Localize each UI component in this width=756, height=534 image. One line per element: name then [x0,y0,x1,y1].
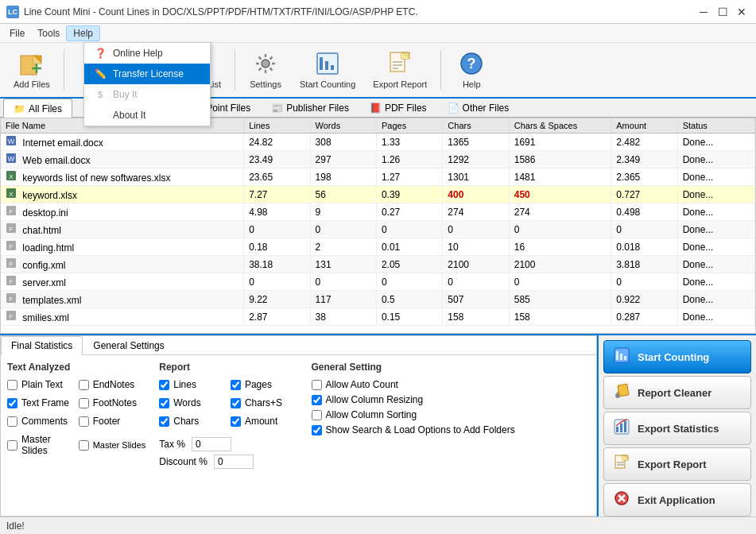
cell-pages: 0 [376,221,442,238]
svg-line-29 [259,68,262,71]
menu-tools[interactable]: Tools [31,26,66,41]
cell-chars: 2100 [443,256,509,273]
svg-rect-66 [620,354,622,360]
all-files-label: All Files [29,103,62,114]
report-grid: Lines Pages Words Chars+S [159,379,298,431]
svg-text:F: F [10,261,14,268]
chars2-checkbox[interactable] [159,416,169,427]
all-files-icon: 📁 [14,103,25,114]
report-cleaner-button[interactable]: Report Cleaner [603,376,751,409]
svg-text:F: F [10,208,14,215]
cb-plain-text: Plain Text [7,379,76,390]
cb-text-frame: Text Frame [7,397,76,408]
endnotes-checkbox[interactable] [79,380,89,390]
filename: keyword.xlsx [22,190,77,201]
title-bar: LC Line Count Mini - Count Lines in DOC/… [0,0,756,24]
cell-lines: 23.65 [244,168,310,186]
minimize-button[interactable]: ─ [696,4,711,20]
allow-column-resizing-checkbox[interactable] [312,395,322,405]
discount-label: Discount % [159,456,207,467]
file-table: File Name Lines Words Pages Chars Chars … [1,118,755,326]
pages-checkbox[interactable] [231,380,241,390]
col-lines[interactable]: Lines [244,118,310,134]
table-row[interactable]: F smilies.xml 2.87 38 0.15 158 158 0.287… [1,308,755,326]
toolbar-export-report[interactable]: Export Report [366,47,434,93]
tab-general-settings[interactable]: General Settings [83,336,174,354]
table-row[interactable]: F server.xml 0 0 0 0 0 0 Done... [1,273,755,291]
charss-checkbox[interactable] [231,398,241,408]
table-row[interactable]: X keyword.xlsx 7.27 56 0.39 400 450 0.72… [1,186,755,203]
text-analyzed-grid: Plain Text EndNotes Text Frame Foot [7,379,146,460]
help-icon: ? [459,51,484,76]
filename: desktop.ini [22,207,68,219]
menu-help[interactable]: Help [66,25,100,41]
comments-checkbox[interactable] [79,416,89,427]
svg-text:F: F [10,243,14,250]
cb-pages: Pages [231,379,299,390]
table-row[interactable]: F templates.xml 9.22 117 0.5 507 585 0.9… [1,291,755,308]
cell-pages: 0.5 [376,291,442,308]
filename: smilies.xml [22,312,69,323]
table-row[interactable]: W Web email.docx 23.49 297 1.26 1292 158… [1,151,755,168]
header-checkbox[interactable] [7,416,17,427]
cell-status: Done... [677,203,754,221]
tab-other-files[interactable]: 📄 Other Files [437,99,520,117]
toolbar-help[interactable]: ? Help [448,47,495,93]
table-row[interactable]: F config.xml 38.18 131 2.05 2100 2100 3.… [1,256,755,273]
allow-column-sorting-checkbox[interactable] [312,410,322,420]
allow-auto-count-checkbox[interactable] [312,380,322,390]
footnotes-checkbox[interactable] [79,398,89,408]
toolbar-start-counting[interactable]: Start Counting [293,47,362,93]
dropdown-about-it[interactable]: About It [84,105,210,126]
export-statistics-icon [612,419,631,438]
footer-checkbox[interactable] [7,440,17,451]
plain-text-checkbox[interactable] [7,380,17,390]
dropdown-transfer-license[interactable]: ✏️ Transfer License [84,64,210,84]
toolbar-settings[interactable]: Settings [242,47,289,93]
export-report-button[interactable]: Export Report [603,447,751,481]
amount-checkbox[interactable] [231,416,241,427]
svg-rect-65 [616,351,618,360]
tab-pdf-files[interactable]: 📕 PDF Files [359,99,437,117]
start-counting-button[interactable]: Start Counting [603,340,751,373]
dropdown-online-help[interactable]: ❓ Online Help [84,43,210,64]
master-slides-checkbox[interactable] [79,440,89,451]
cell-amount: 2.349 [611,151,677,168]
tab-final-statistics[interactable]: Final Statistics [1,336,83,355]
maximize-button[interactable]: ☐ [715,4,731,20]
tab-all-files[interactable]: 📁 All Files [3,99,72,118]
table-row[interactable]: F loading.html 0.18 2 0.01 10 16 0.018 D… [1,238,755,256]
text-frame-checkbox[interactable] [7,398,17,408]
cell-pages: 1.26 [376,151,442,168]
close-button[interactable]: ✕ [734,4,750,20]
cell-words: 56 [310,186,376,203]
toolbar-add-files[interactable]: Add Files [6,47,57,93]
table-row[interactable]: W Internet email.docx 24.82 308 1.33 136… [1,134,755,151]
words-checkbox[interactable] [159,398,169,408]
filename: keywords list of new softwares.xlsx [22,172,170,184]
col-status[interactable]: Status [677,118,754,134]
table-row[interactable]: X keywords list of new softwares.xlsx 23… [1,168,755,186]
lines-checkbox[interactable] [159,380,169,390]
menu-file[interactable]: File [3,26,31,41]
col-chars-spaces[interactable]: Chars & Spaces [509,118,611,134]
exit-application-button[interactable]: Exit Application [603,483,751,517]
show-search-load-checkbox[interactable] [312,425,322,435]
export-statistics-button[interactable]: Export Statistics [603,412,751,445]
table-row[interactable]: F desktop.ini 4.98 9 0.27 274 274 0.498 … [1,203,755,221]
col-pages[interactable]: Pages [376,118,442,134]
file-type-icon: W [6,155,17,166]
cell-filename: X keywords list of new softwares.xlsx [1,168,244,186]
table-row[interactable]: F chat.html 0 0 0 0 0 0 Done... [1,221,755,238]
filename: Web email.docx [22,155,90,166]
file-type-icon: F [6,295,17,306]
col-amount[interactable]: Amount [611,118,677,134]
cb-master-slides: Master Slides [79,434,147,456]
pdf-files-icon: 📕 [370,103,382,114]
discount-input[interactable] [214,455,254,469]
lines-label: Lines [173,379,196,390]
tab-publisher-files[interactable]: 📰 Publisher Files [261,99,359,117]
col-words[interactable]: Words [310,118,376,134]
tax-input[interactable] [192,437,231,451]
col-chars[interactable]: Chars [443,118,509,134]
